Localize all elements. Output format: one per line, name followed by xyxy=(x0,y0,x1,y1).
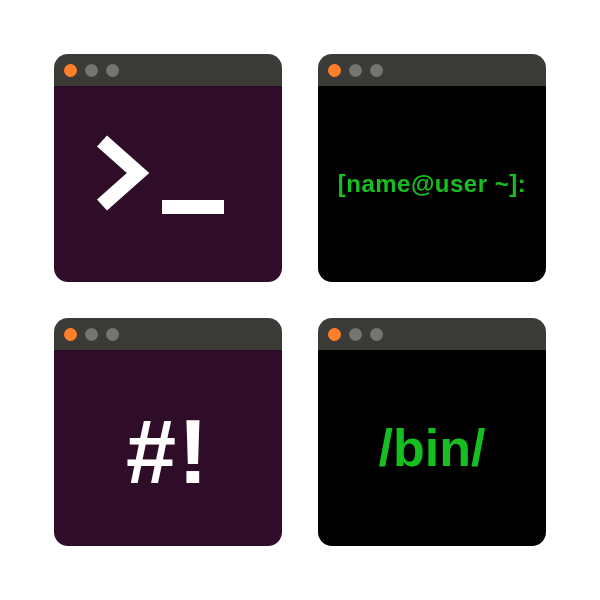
terminal-prompt-text: [name@user ~]: xyxy=(338,170,526,198)
close-icon[interactable] xyxy=(64,64,77,77)
maximize-icon[interactable] xyxy=(106,328,119,341)
titlebar xyxy=(318,318,546,350)
terminal-window-shebang: #! xyxy=(54,318,282,546)
terminal-content: #! xyxy=(54,350,282,546)
terminal-window-userhost: [name@user ~]: xyxy=(318,54,546,282)
minimize-icon[interactable] xyxy=(349,328,362,341)
close-icon[interactable] xyxy=(328,328,341,341)
terminal-window-prompt xyxy=(54,54,282,282)
maximize-icon[interactable] xyxy=(370,64,383,77)
terminal-content: [name@user ~]: xyxy=(318,86,546,282)
titlebar xyxy=(54,54,282,86)
shebang-text: #! xyxy=(126,407,210,497)
minimize-icon[interactable] xyxy=(85,64,98,77)
minimize-icon[interactable] xyxy=(349,64,362,77)
terminal-content xyxy=(54,86,282,282)
minimize-icon[interactable] xyxy=(85,328,98,341)
titlebar xyxy=(54,318,282,350)
bin-path-text: /bin/ xyxy=(379,418,486,478)
titlebar xyxy=(318,54,546,86)
close-icon[interactable] xyxy=(328,64,341,77)
chevron-right-icon xyxy=(94,133,154,213)
terminal-content: /bin/ xyxy=(318,350,546,546)
maximize-icon[interactable] xyxy=(370,328,383,341)
terminal-window-bin: /bin/ xyxy=(318,318,546,546)
cursor-icon xyxy=(162,200,224,214)
maximize-icon[interactable] xyxy=(106,64,119,77)
close-icon[interactable] xyxy=(64,328,77,341)
prompt-glyph xyxy=(54,86,282,282)
